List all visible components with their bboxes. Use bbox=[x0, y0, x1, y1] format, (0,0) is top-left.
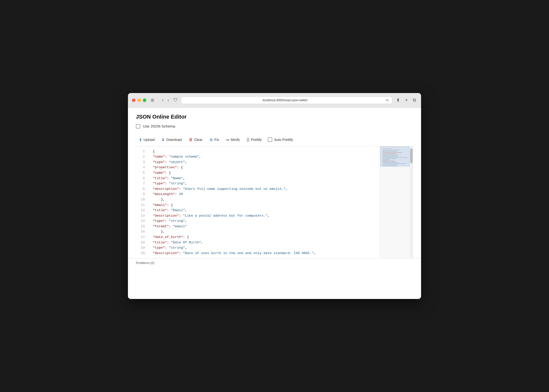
download-label: Download bbox=[166, 138, 182, 142]
line-number: 16 bbox=[140, 229, 145, 234]
code-line: "name": { bbox=[153, 170, 376, 176]
code-line: "date_of_birth": { bbox=[153, 234, 376, 240]
nav-buttons: ‹ › bbox=[160, 97, 170, 103]
bottom-space bbox=[128, 269, 421, 299]
code-line: "title": "Name", bbox=[153, 176, 376, 181]
line-number: 8 bbox=[140, 186, 145, 192]
minimize-button[interactable] bbox=[137, 98, 141, 102]
code-line: "type": "string", bbox=[153, 245, 376, 251]
line-number: 3 bbox=[140, 160, 145, 165]
code-line: "description": "Users full name supporti… bbox=[153, 186, 376, 192]
line-number: 13 bbox=[140, 213, 145, 219]
line-number: 15 bbox=[140, 224, 145, 229]
vertical-scrollbar[interactable] bbox=[410, 146, 413, 259]
auto-prettify-checkbox[interactable] bbox=[268, 137, 272, 142]
prettify-icon: {} bbox=[247, 137, 249, 142]
line-number: 12 bbox=[140, 208, 145, 213]
minify-label: Minify bbox=[231, 138, 240, 142]
use-json-schema-checkbox[interactable] bbox=[136, 124, 140, 129]
code-line: "maxLength": 20 bbox=[153, 192, 376, 197]
problems-bar: Problems (0) bbox=[128, 258, 421, 269]
fix-label: Fix bbox=[214, 138, 219, 142]
traffic-lights bbox=[132, 98, 146, 102]
schema-checkbox-row: Use JSON Schema bbox=[136, 124, 413, 129]
clear-button[interactable]: 🗑 Clear bbox=[186, 136, 205, 143]
line-number: 17 bbox=[140, 234, 145, 240]
code-line: "type": "string", bbox=[153, 181, 376, 186]
address-bar[interactable]: localhost:3000/react-json-editor ↻ bbox=[181, 97, 392, 104]
line-number: 18 bbox=[140, 240, 145, 245]
prettify-label: Prettify bbox=[251, 138, 262, 142]
line-number: 20 bbox=[140, 251, 145, 256]
title-bar: ⊞ ‹ › 🛡 localhost:3000/react-json-editor… bbox=[128, 93, 421, 108]
download-icon: ⬇ bbox=[161, 137, 165, 142]
line-number: 19 bbox=[140, 245, 145, 251]
shield-icon: 🛡 bbox=[173, 98, 178, 103]
code-line: "email": { bbox=[153, 202, 376, 208]
forward-button[interactable]: › bbox=[166, 97, 170, 103]
minify-icon: ⇔ bbox=[226, 137, 229, 142]
auto-prettify-label: Auto Prettify bbox=[274, 138, 293, 142]
problems-label: Problems (0) bbox=[136, 261, 154, 265]
address-bar-container: localhost:3000/react-json-editor ↻ bbox=[181, 97, 392, 104]
browser-window: ⊞ ‹ › 🛡 localhost:3000/react-json-editor… bbox=[128, 93, 421, 299]
trash-icon: 🗑 bbox=[189, 137, 193, 142]
line-number: 7 bbox=[140, 181, 145, 186]
line-number: 9 bbox=[140, 192, 145, 197]
editor-container: 1234567891011121314151617181920 { "name"… bbox=[136, 146, 413, 259]
code-line: "name": "sample schema", bbox=[153, 154, 376, 160]
code-line: }, bbox=[153, 229, 376, 234]
new-tab-button[interactable]: + bbox=[404, 97, 409, 103]
app-title: JSON Online Editor bbox=[136, 114, 413, 120]
code-line: "title": "Email", bbox=[153, 208, 376, 213]
code-line: "description": "Date of uses birth in th… bbox=[153, 251, 376, 256]
code-line: "type": "string", bbox=[153, 218, 376, 224]
browser-toolbar-right: ⬆ + ⧉ bbox=[395, 97, 417, 103]
share-button[interactable]: ⬆ bbox=[395, 97, 401, 103]
editor-toolbar: ⬆ Upload ⬇ Download 🗑 Clear ⚙ Fix ⇔ Mini… bbox=[136, 133, 413, 146]
upload-button[interactable]: ⬆ Upload bbox=[136, 136, 157, 144]
code-line: "description": "Like a postal address bu… bbox=[153, 213, 376, 219]
code-line: "properties": { bbox=[153, 165, 376, 170]
line-number: 10 bbox=[140, 197, 145, 202]
fullscreen-button[interactable] bbox=[143, 98, 146, 102]
auto-prettify-container: Auto Prettify bbox=[268, 137, 293, 142]
line-number: 4 bbox=[140, 165, 145, 170]
minimap bbox=[380, 146, 410, 259]
minimap-highlight bbox=[380, 146, 410, 166]
tabs-button[interactable]: ⧉ bbox=[412, 97, 417, 103]
line-number: 1 bbox=[140, 149, 145, 154]
reload-button[interactable]: ↻ bbox=[386, 98, 389, 102]
schema-checkbox-label: Use JSON Schema bbox=[143, 124, 175, 128]
line-number: 5 bbox=[140, 170, 145, 176]
line-number: 11 bbox=[140, 202, 145, 208]
upload-icon: ⬆ bbox=[139, 137, 142, 142]
code-line: }, bbox=[153, 197, 376, 202]
app-content: JSON Online Editor Use JSON Schema ⬆ Upl… bbox=[128, 108, 421, 259]
code-line: "type": "object", bbox=[153, 160, 376, 165]
prettify-button[interactable]: {} Prettify bbox=[244, 136, 265, 143]
download-button[interactable]: ⬇ Download bbox=[158, 136, 185, 144]
clear-label: Clear bbox=[194, 138, 202, 142]
close-button[interactable] bbox=[132, 98, 135, 102]
minify-button[interactable]: ⇔ Minify bbox=[223, 136, 243, 144]
line-number: 6 bbox=[140, 176, 145, 181]
line-number: 14 bbox=[140, 218, 145, 224]
code-editor[interactable]: { "name": "sample schema", "type": "obje… bbox=[149, 146, 380, 259]
fix-button[interactable]: ⚙ Fix bbox=[206, 136, 222, 144]
code-line: { bbox=[153, 149, 376, 154]
code-line: "format": "email" bbox=[153, 224, 376, 229]
line-numbers: 1234567891011121314151617181920 bbox=[136, 146, 149, 259]
code-line: "title": "Date Of Birth", bbox=[153, 240, 376, 245]
back-button[interactable]: ‹ bbox=[160, 97, 165, 103]
fix-icon: ⚙ bbox=[209, 137, 213, 142]
upload-label: Upload bbox=[144, 138, 155, 142]
url-text: localhost:3000/react-json-editor bbox=[184, 98, 386, 102]
line-number: 2 bbox=[140, 154, 145, 160]
sidebar-toggle-button[interactable]: ⊞ bbox=[149, 97, 156, 103]
scrollbar-thumb[interactable] bbox=[410, 148, 413, 163]
